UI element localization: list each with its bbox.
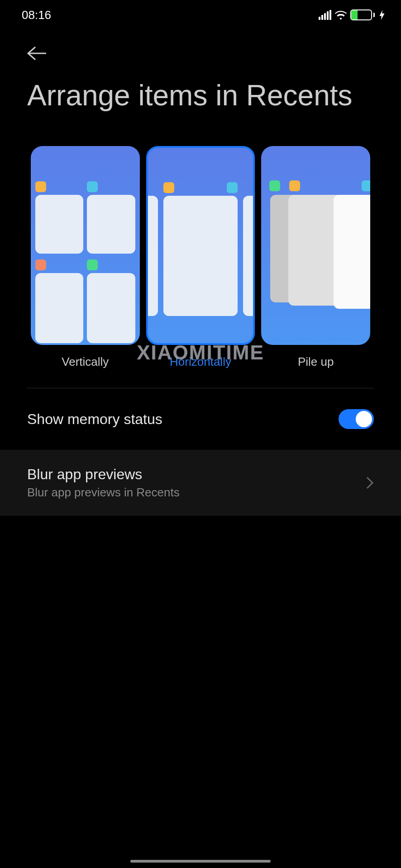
- preview-vertical: [31, 146, 140, 345]
- wifi-icon: [335, 10, 347, 20]
- option-horizontal[interactable]: Horizontally: [146, 146, 255, 369]
- blur-previews-sublabel: Blur app previews in Recents: [27, 486, 180, 500]
- charging-icon: [379, 10, 385, 20]
- status-bar: 08:16 32: [0, 0, 401, 27]
- page-title: Arrange items in Recents: [0, 77, 401, 146]
- chevron-right-icon: [366, 476, 374, 490]
- signal-icon: [319, 10, 331, 20]
- preview-horizontal: [146, 146, 255, 345]
- memory-status-setting[interactable]: Show memory status: [0, 388, 401, 450]
- arrangement-options: Vertically: [0, 146, 401, 369]
- option-vertical-label: Vertically: [62, 355, 109, 369]
- status-time: 08:16: [22, 8, 51, 22]
- memory-status-label: Show memory status: [27, 411, 162, 428]
- blur-previews-setting[interactable]: Blur app previews Blur app previews in R…: [0, 450, 401, 516]
- option-vertical[interactable]: Vertically: [31, 146, 140, 369]
- home-indicator[interactable]: [130, 860, 271, 863]
- memory-status-toggle[interactable]: [339, 409, 374, 429]
- option-pileup[interactable]: Pile up: [261, 146, 370, 369]
- option-pileup-label: Pile up: [298, 355, 334, 369]
- back-arrow-icon: [26, 45, 47, 61]
- preview-pileup: [261, 146, 370, 345]
- battery-level: 32: [358, 12, 364, 18]
- blur-previews-label: Blur app previews: [27, 466, 180, 483]
- back-button[interactable]: [0, 27, 401, 77]
- battery-icon: 32: [350, 9, 375, 20]
- watermark: XIAOMITIME: [137, 341, 264, 364]
- status-icons: 32: [319, 9, 385, 20]
